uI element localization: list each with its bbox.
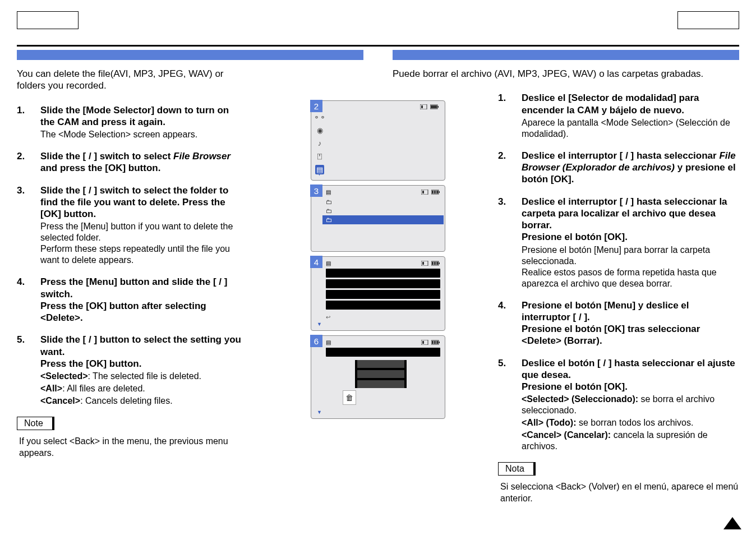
step-5: 5. Slide the [ / ] button to select the …	[17, 334, 241, 407]
menu-item	[326, 301, 440, 310]
rule	[17, 45, 739, 47]
step-main-c: and press the [OK] button.	[40, 163, 160, 173]
sub-cancel: <Cancel> (Cancelar): cancela la supresió…	[522, 430, 739, 452]
svg-rect-12	[421, 261, 428, 266]
menu-item	[326, 290, 440, 299]
top-right-box	[677, 11, 739, 29]
folder-icon: 🗀	[326, 207, 334, 214]
step-2: 2. Slide the [ / ] switch to select File…	[17, 150, 241, 174]
step-1: 1. Slide the [Mode Selector] down to tur…	[17, 104, 241, 141]
camera-icon: ◉	[317, 126, 323, 135]
battery-icon	[431, 190, 440, 195]
svg-rect-9	[432, 191, 434, 193]
device-screen-3: 3 ▤ 🗀 🗀 🗀	[311, 185, 445, 252]
card-icon	[421, 261, 429, 266]
svg-rect-0	[420, 104, 427, 109]
option-block	[355, 360, 407, 388]
menu-item	[326, 279, 440, 288]
menu-item	[326, 269, 440, 278]
two-column-layout: You can delete the file(AVI, MP3, JPEG, …	[17, 50, 739, 524]
note-text: If you select <Back> in the menu, the pr…	[17, 436, 241, 459]
step-3: 3. Slide the [ / ] switch to select the …	[17, 185, 241, 266]
svg-rect-1	[421, 105, 423, 108]
svg-rect-19	[421, 340, 428, 345]
step-main-b: File Browser	[173, 151, 231, 162]
step-main: Slide the [Mode Selector] down to turn o…	[40, 105, 229, 127]
note-block-left: Note If you select <Back> in the menu, t…	[17, 417, 241, 459]
step-sub: Press the [Menu] button if you want to d…	[40, 221, 241, 266]
panel-tag-3: 3	[310, 185, 322, 197]
folder-row: 🗀	[326, 197, 440, 206]
step-number: 3.	[498, 196, 510, 289]
step-sub: Aparece la pantalla <Mode Selection> (Se…	[522, 117, 739, 140]
step-number: 2.	[498, 150, 510, 186]
steps-list-right: 1. Deslice el [Selector de modalidad] pa…	[498, 92, 739, 452]
note-label: Nota	[498, 462, 536, 476]
svg-rect-17	[434, 262, 436, 265]
header-frame	[17, 11, 739, 39]
step-5: 5. Deslice el botón [ / ] hasta seleccio…	[498, 357, 739, 453]
page-arrow-icon	[723, 517, 741, 529]
heading-bar-right	[393, 50, 739, 60]
video-icon: ⚬⚬	[314, 113, 326, 122]
manual-page: You can delete the file(AVI, MP3, JPEG, …	[17, 11, 739, 524]
folder-row-selected: 🗀	[322, 215, 444, 224]
trash-icon: 🗑	[343, 390, 356, 405]
svg-rect-25	[436, 341, 438, 344]
step-number: 1.	[17, 104, 29, 141]
battery-icon	[431, 261, 440, 266]
status-bar	[326, 104, 440, 109]
card-icon	[420, 104, 428, 109]
step-number: 2.	[17, 150, 29, 174]
step-main-a: Deslice el interruptor [ / ] hasta selec…	[522, 150, 719, 161]
step-main-a: Slide the [ / ] switch to select	[40, 151, 173, 162]
device-screen-4: 4 ▤ ↩ ▼	[311, 256, 445, 331]
chevron-down-icon: ▼	[317, 409, 440, 415]
file-icon: ▤	[326, 339, 331, 345]
card-icon	[421, 190, 429, 195]
svg-rect-5	[421, 190, 428, 195]
chevron-down-icon: ▼	[317, 171, 440, 177]
top-left-box	[17, 11, 79, 29]
step-main: Deslice el botón [ / ] hasta seleccionar…	[522, 358, 735, 393]
back-icon: ↩	[326, 314, 330, 320]
step-main: Deslice el [Selector de modalidad] para …	[522, 93, 699, 115]
sub-selected: <Selected> (Seleccionado): se borra el a…	[522, 394, 739, 416]
step-number: 4.	[498, 299, 510, 347]
device-screenshots: 2 ⚬⚬ ◉ ♪ ⍞ ▤ ▼ 3	[311, 100, 445, 419]
device-screen-2: 2 ⚬⚬ ◉ ♪ ⍞ ▤ ▼	[311, 100, 445, 181]
step-number: 5.	[498, 357, 510, 453]
folder-row: 🗀	[326, 206, 440, 215]
svg-rect-23	[432, 341, 434, 344]
music-icon: ♪	[318, 139, 322, 147]
device-screen-6: 6 ▤ 🗑 ▼	[311, 335, 445, 419]
svg-rect-11	[436, 191, 438, 193]
step-main: Press the [Menu] button and slide the [ …	[40, 276, 227, 323]
svg-rect-15	[439, 262, 440, 264]
note-text: Si selecciona <Back> (Volver) en el menú…	[498, 481, 739, 505]
step-4: 4. Presione el botón [Menu] y deslice el…	[498, 299, 739, 347]
sub-cancel: <Cancel>: Cancels deleting files.	[40, 395, 241, 407]
mode-icon-strip: ⚬⚬ ◉ ♪ ⍞ ▤	[315, 113, 325, 174]
svg-rect-13	[422, 262, 424, 265]
folder-icon: 🗀	[326, 216, 334, 223]
svg-rect-20	[422, 341, 424, 344]
step-main: Deslice el interruptor [ / ] hasta selec…	[522, 196, 727, 243]
note-block-right: Nota Si selecciona <Back> (Volver) en el…	[498, 462, 739, 505]
file-icon: ▤	[326, 260, 331, 266]
step-2: 2. Deslice el interruptor [ / ] hasta se…	[498, 150, 739, 186]
intro-text-right: Puede borrar el archivo (AVI, MP3, JPEG,…	[393, 68, 739, 80]
panel-tag-6: 6	[310, 335, 322, 347]
step-sub: Presione el botón [Menu] para borrar la …	[522, 245, 739, 289]
panel-tag-4: 4	[310, 256, 322, 268]
step-main: Slide the [ / ] button to select the set…	[40, 334, 241, 369]
step-3: 3. Deslice el interruptor [ / ] hasta se…	[498, 196, 739, 289]
menu-item	[326, 348, 440, 357]
svg-rect-8	[439, 191, 440, 193]
svg-rect-6	[422, 191, 424, 193]
intro-text-left: You can delete the file(AVI, MP3, JPEG, …	[17, 68, 241, 92]
battery-icon	[430, 104, 439, 109]
chevron-down-icon: ▼	[317, 321, 440, 327]
mic-icon: ⍞	[317, 152, 322, 160]
heading-bar-left	[17, 50, 363, 60]
